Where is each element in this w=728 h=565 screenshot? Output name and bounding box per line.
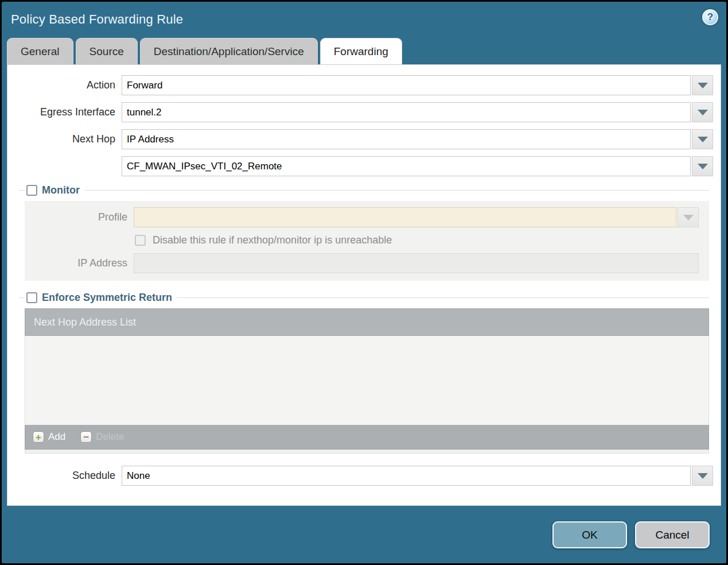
next-hop-dropdown-button[interactable] xyxy=(692,129,713,149)
divider xyxy=(177,297,709,298)
egress-interface-row: Egress Interface xyxy=(7,102,721,122)
next-hop-label: Next Hop xyxy=(7,133,122,145)
delete-button: − Delete xyxy=(80,431,124,443)
next-hop-type-input[interactable] xyxy=(122,129,691,149)
profile-label: Profile xyxy=(25,211,134,223)
next-hop-address-dropdown-button[interactable] xyxy=(692,156,713,176)
monitor-panel: Profile Disable this rule if nexthop/mon… xyxy=(25,201,709,281)
monitor-ip-address-label: IP Address xyxy=(25,257,134,269)
add-button-label: Add xyxy=(44,431,65,443)
next-hop-address-list-table: Next Hop Address List + Add − Delete xyxy=(25,308,709,454)
disable-rule-row: Disable this rule if nexthop/monitor ip … xyxy=(135,234,703,246)
help-glyph: ? xyxy=(707,11,713,23)
schedule-input[interactable] xyxy=(122,466,691,486)
schedule-label: Schedule xyxy=(7,470,122,482)
chevron-down-icon xyxy=(698,164,708,169)
profile-dropdown-button xyxy=(678,207,699,227)
dialog-title: Policy Based Forwarding Rule xyxy=(2,12,183,27)
divider xyxy=(19,297,25,298)
action-input[interactable] xyxy=(122,75,691,95)
profile-row: Profile xyxy=(25,207,703,227)
policy-based-forwarding-dialog: Policy Based Forwarding Rule ? General S… xyxy=(0,0,728,565)
title-bar: Policy Based Forwarding Rule ? xyxy=(2,2,726,37)
tab-forwarding[interactable]: Forwarding xyxy=(320,38,402,64)
add-button[interactable]: + Add xyxy=(33,431,65,443)
divider xyxy=(84,190,709,191)
table-header-label: Next Hop Address List xyxy=(34,316,136,328)
help-icon[interactable]: ? xyxy=(702,9,718,25)
plus-icon: + xyxy=(33,431,44,443)
disable-rule-checkbox xyxy=(135,235,146,246)
egress-interface-label: Egress Interface xyxy=(7,106,122,118)
table-header: Next Hop Address List xyxy=(25,308,709,336)
enforce-symmetric-return-header: Enforce Symmetric Return xyxy=(19,292,709,304)
next-hop-address-input[interactable] xyxy=(122,156,691,176)
egress-interface-dropdown-button[interactable] xyxy=(692,102,713,122)
cancel-button[interactable]: Cancel xyxy=(635,521,710,548)
action-label: Action xyxy=(7,79,122,91)
horizontal-scrollbar[interactable] xyxy=(25,450,709,454)
next-hop-address-row xyxy=(7,156,721,176)
next-hop-row: Next Hop xyxy=(7,129,721,149)
table-body-empty[interactable] xyxy=(25,336,709,425)
chevron-down-icon xyxy=(698,137,708,142)
egress-interface-input[interactable] xyxy=(122,102,691,122)
minus-icon: − xyxy=(80,431,92,443)
chevron-down-icon xyxy=(698,110,708,115)
monitor-ip-address-row: IP Address xyxy=(25,253,703,273)
schedule-dropdown-button[interactable] xyxy=(692,466,713,486)
chevron-down-icon xyxy=(698,83,708,88)
enforce-symmetric-return-checkbox[interactable] xyxy=(26,292,37,303)
schedule-row: Schedule xyxy=(7,466,721,486)
monitor-ip-address-input xyxy=(134,253,699,273)
profile-input[interactable] xyxy=(134,207,676,227)
tab-bar: General Source Destination/Application/S… xyxy=(2,37,726,64)
table-toolbar: + Add − Delete xyxy=(25,425,709,450)
divider xyxy=(19,190,25,191)
tab-content-forwarding: Action Egress Interface Next Hop xyxy=(7,64,721,506)
action-dropdown-button[interactable] xyxy=(692,75,713,95)
dialog-footer: OK Cancel xyxy=(2,506,726,548)
monitor-checkbox[interactable] xyxy=(26,185,37,196)
tab-destination-application-service[interactable]: Destination/Application/Service xyxy=(140,38,318,64)
chevron-down-icon xyxy=(698,473,708,479)
tab-general[interactable]: General xyxy=(7,38,73,64)
disable-rule-label: Disable this rule if nexthop/monitor ip … xyxy=(146,234,392,246)
chevron-down-icon xyxy=(683,215,694,220)
enforce-symmetric-return-title: Enforce Symmetric Return xyxy=(42,292,177,304)
monitor-section-header: Monitor xyxy=(19,184,709,196)
tab-source[interactable]: Source xyxy=(76,38,138,64)
monitor-section-title: Monitor xyxy=(42,184,84,196)
ok-button[interactable]: OK xyxy=(552,521,627,548)
action-row: Action xyxy=(7,75,721,95)
delete-button-label: Delete xyxy=(92,431,124,443)
